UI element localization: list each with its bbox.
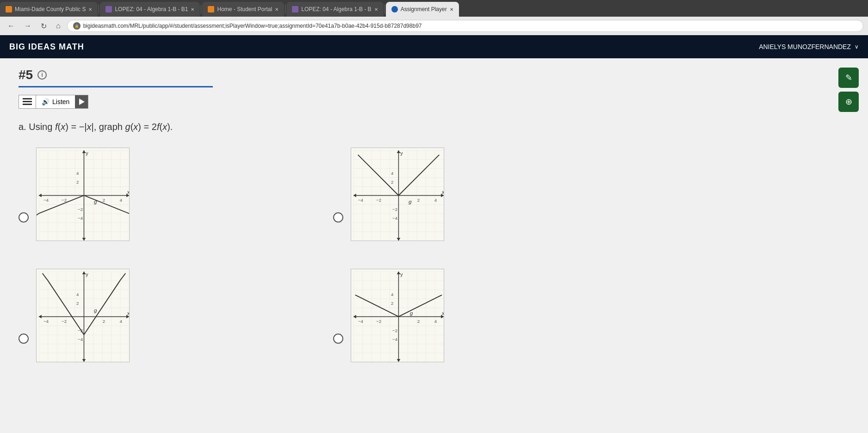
- tab-label-miami: Miami-Dade County Public S: [15, 6, 86, 12]
- svg-text:g: g: [94, 307, 97, 313]
- bim-header: BIG IDEAS MATH ANIELYS MUNOZFERNANDEZ ∨: [0, 35, 868, 58]
- svg-text:−4: −4: [43, 319, 49, 324]
- nav-bar: ← → ↻ ⌂ 🔒 bigideasmath.com/MRL/public/ap…: [0, 17, 868, 35]
- svg-rect-2: [23, 104, 32, 105]
- svg-line-23: [37, 213, 39, 216]
- question-header: #5 i: [19, 68, 849, 82]
- tab-assignment-player[interactable]: Assignment Player ✕: [386, 2, 459, 17]
- tab-close-home[interactable]: ✕: [275, 7, 279, 12]
- question-divider: [19, 86, 213, 87]
- question-number: #5: [19, 68, 33, 82]
- home-button[interactable]: ⌂: [53, 20, 63, 32]
- svg-text:−4: −4: [392, 337, 398, 342]
- svg-text:−2: −2: [392, 328, 397, 333]
- svg-text:2: 2: [103, 198, 105, 203]
- svg-text:4: 4: [76, 171, 79, 176]
- listen-bar: 🔊 Listen: [19, 95, 88, 109]
- svg-text:−4: −4: [358, 319, 364, 324]
- svg-text:−4: −4: [392, 216, 398, 221]
- svg-text:4: 4: [391, 292, 394, 297]
- tab-lopez1[interactable]: LOPEZ: 04 - Algebra 1-B - B1 ✕: [100, 2, 200, 17]
- tab-miami-dade[interactable]: Miami-Dade County Public S ✕: [0, 2, 98, 17]
- tab-label-assignment: Assignment Player: [401, 6, 447, 12]
- svg-text:x: x: [442, 310, 444, 316]
- svg-rect-1: [23, 101, 32, 102]
- radio-b[interactable]: [333, 212, 343, 223]
- svg-text:4: 4: [434, 198, 437, 203]
- tab-separator-2: [201, 5, 201, 14]
- svg-text:g: g: [409, 198, 412, 204]
- tab-close-assignment[interactable]: ✕: [450, 7, 453, 12]
- svg-text:y: y: [86, 150, 88, 156]
- edit-button[interactable]: ✎: [838, 68, 859, 88]
- tab-label-lopez1: LOPEZ: 04 - Algebra 1-B - B1: [115, 6, 188, 12]
- tab-separator-3: [285, 5, 285, 14]
- tab-lopez2[interactable]: LOPEZ: 04 - Algebra 1-B - B ✕: [286, 2, 383, 17]
- tab-close-lopez1[interactable]: ✕: [191, 7, 194, 12]
- address-text: bigideasmath.com/MRL/public/app/#/studen…: [83, 23, 422, 29]
- graph-b: x y −2 −4 2 4 4 2 −2 −4 g: [351, 148, 444, 241]
- listen-label: Listen: [52, 98, 69, 105]
- svg-text:−2: −2: [78, 207, 83, 212]
- tab-icon-miami: [6, 6, 12, 12]
- svg-text:2: 2: [76, 301, 79, 306]
- graph-c: x y −2 −4 2 4 4 2 −2 −4 g: [36, 269, 130, 362]
- tab-icon-lopez2: [292, 6, 298, 12]
- tab-label-home: Home - Student Portal: [217, 6, 272, 12]
- svg-text:2: 2: [391, 179, 393, 185]
- svg-text:2: 2: [417, 319, 420, 324]
- svg-text:−2: −2: [392, 207, 397, 212]
- tab-close-miami[interactable]: ✕: [88, 7, 92, 12]
- tab-home-portal[interactable]: Home - Student Portal ✕: [202, 2, 284, 17]
- play-button[interactable]: [75, 95, 88, 108]
- svg-text:−2: −2: [376, 198, 381, 203]
- svg-text:2: 2: [391, 301, 393, 306]
- user-menu[interactable]: ANIELYS MUNOZFERNANDEZ ∨: [759, 43, 859, 50]
- info-icon[interactable]: i: [37, 70, 47, 80]
- address-bar[interactable]: 🔒 bigideasmath.com/MRL/public/app/#/stud…: [67, 20, 863, 32]
- svg-text:−4: −4: [78, 216, 83, 221]
- username: ANIELYS MUNOZFERNANDEZ: [759, 43, 851, 50]
- svg-text:x: x: [127, 189, 129, 195]
- svg-text:−2: −2: [62, 198, 67, 203]
- svg-text:−4: −4: [78, 337, 83, 342]
- answer-choice-a: x y −2 −4 2 4 4 2 −2 −4 g: [19, 148, 305, 241]
- play-triangle-icon: [79, 99, 85, 105]
- tab-close-lopez2[interactable]: ✕: [374, 7, 378, 12]
- answer-choice-c: x y −2 −4 2 4 4 2 −2 −4 g: [19, 269, 305, 362]
- radio-c[interactable]: [19, 334, 29, 344]
- forward-button[interactable]: →: [21, 20, 34, 32]
- svg-text:y: y: [86, 272, 88, 277]
- tab-icon-assignment: [391, 6, 398, 12]
- svg-text:4: 4: [76, 292, 79, 297]
- svg-text:2: 2: [76, 179, 79, 185]
- svg-text:2: 2: [103, 319, 105, 324]
- question-area: ✎ ⊕ #5 i 🔊 Listen: [0, 58, 868, 433]
- radio-a[interactable]: [19, 212, 29, 223]
- svg-text:−4: −4: [358, 198, 364, 203]
- answer-grid: x y −2 −4 2 4 4 2 −2 −4 g: [19, 148, 620, 362]
- bim-brand: BIG IDEAS MATH: [9, 42, 84, 52]
- question-text: a. Using f(x) = −|x|, graph g(x) = 2f(x)…: [19, 120, 849, 134]
- back-button[interactable]: ←: [5, 20, 18, 32]
- tab-icon-home: [208, 6, 214, 12]
- reload-button[interactable]: ↻: [38, 20, 50, 32]
- answer-choice-b: x y −2 −4 2 4 4 2 −2 −4 g: [333, 148, 620, 241]
- listen-button[interactable]: 🔊 Listen: [36, 95, 75, 108]
- speaker-icon: 🔊: [42, 98, 50, 105]
- svg-rect-0: [23, 98, 32, 99]
- svg-text:4: 4: [391, 171, 394, 176]
- main-content: BIG IDEAS MATH ANIELYS MUNOZFERNANDEZ ∨ …: [0, 35, 868, 433]
- question-text-a: a. Using f(x) = −|x|, graph g(x) = 2f(x)…: [19, 122, 173, 132]
- svg-text:4: 4: [434, 319, 437, 324]
- svg-text:−2: −2: [376, 319, 381, 324]
- svg-text:x: x: [127, 310, 129, 316]
- tab-icon-lopez1: [105, 6, 112, 12]
- settings-button[interactable]: ⊕: [838, 92, 859, 112]
- svg-text:y: y: [400, 272, 403, 277]
- menu-lines-icon: [23, 98, 32, 105]
- listen-icon-area: [19, 95, 36, 108]
- svg-text:−2: −2: [62, 319, 67, 324]
- radio-d[interactable]: [333, 334, 343, 344]
- svg-text:y: y: [400, 150, 403, 156]
